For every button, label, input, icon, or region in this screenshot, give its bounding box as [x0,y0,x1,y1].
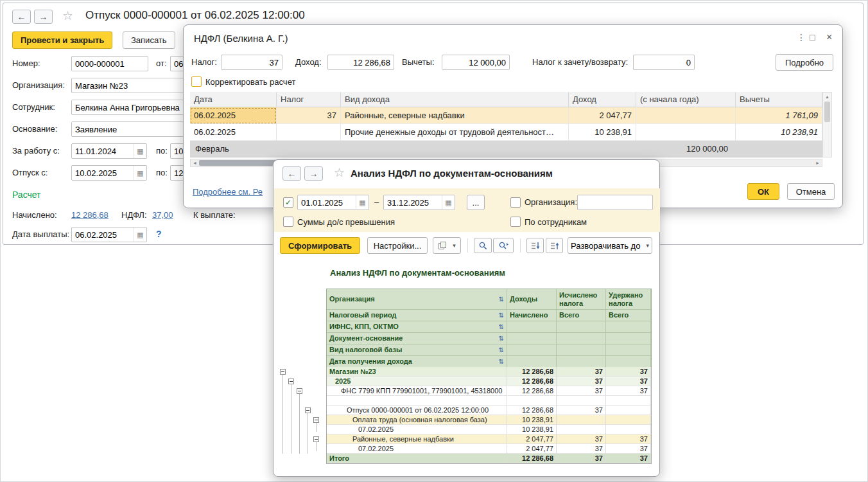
expand-to-button[interactable]: Разворачивать до ▾ [568,237,652,254]
organization-filter-input[interactable] [577,195,653,210]
organization-checkbox[interactable] [510,197,521,208]
see-more-link[interactable]: Подробнее см. Ре [193,187,263,197]
period-from-value[interactable]: 01.01.2025 [298,195,356,210]
expand-levels-button[interactable] [546,238,563,253]
scrollbar-thumb[interactable] [824,102,830,122]
pay-date-input[interactable]: 06.02.2025 ▦ [71,227,147,242]
employee-input[interactable]: Белкина Анна Григорьевна [71,100,200,115]
maximize-icon[interactable]: □ [810,32,815,42]
details-button[interactable]: Подробно [776,54,833,71]
forward-button[interactable]: → [34,10,53,24]
back-button[interactable]: ← [12,10,31,24]
column-header-income[interactable]: Доход [569,92,636,107]
collapse-group-icon[interactable] [313,417,319,423]
back-button[interactable]: ← [282,166,301,181]
report-header-label[interactable]: Налоговый период⇅ [327,310,507,321]
collapse-group-icon[interactable] [280,369,286,375]
vertical-scrollbar[interactable]: ▲ [822,92,832,157]
sort-icon[interactable]: ⇅ [499,323,504,331]
collapse-group-icon[interactable] [313,436,319,442]
report-header-label[interactable]: Документ-основание⇅ [327,333,507,344]
calendar-icon[interactable]: ▦ [134,166,146,180]
number-input[interactable]: 0000-000001 [71,56,148,71]
calendar-icon[interactable]: ▦ [356,195,369,210]
adjust-calculation-checkbox[interactable] [191,76,202,87]
collapse-group-icon[interactable] [288,379,294,384]
report-row-label[interactable]: 07.02.2025 [327,444,507,454]
report-row-label[interactable]: ФНС 7799 КПП 779901001, 779901001, 45318… [327,386,507,396]
period-checkbox[interactable]: ✓ [283,197,293,208]
sort-icon[interactable]: ⇅ [499,346,504,354]
period-more-button[interactable]: ... [467,195,485,210]
column-header-tax[interactable]: Налог [277,92,341,107]
post-and-close-button[interactable]: Провести и закрыть [12,31,112,49]
report-header-value: Исчислено налога [557,289,606,310]
report-row-label[interactable]: Оплата труда (основная налоговая база) [327,415,507,425]
period-to-input[interactable]: 31.12.2025 ▦ [383,195,455,210]
report-header-label[interactable]: Вид налоговой базы⇅ [327,344,507,356]
favorite-star-icon[interactable]: ☆ [62,10,73,22]
save-button[interactable]: Записать [123,31,175,49]
column-header-date[interactable]: Дата [190,92,277,107]
vacation-from-value[interactable]: 10.02.2025 [72,166,134,180]
column-header-deductions[interactable]: Вычеты [736,92,822,107]
close-icon[interactable]: × [826,31,832,43]
column-header-ytd[interactable]: (с начала года) [636,92,736,107]
report-row-label[interactable]: Итого [327,454,507,463]
accrued-amount-link[interactable]: 12 286,68 [71,210,108,220]
vacation-from-input[interactable]: 10.02.2025 ▦ [71,165,147,181]
search-next-button[interactable] [493,238,514,253]
sort-icon[interactable]: ⇅ [499,358,504,366]
report-row-label[interactable]: 07.02.2025 [327,425,507,434]
column-header-income-type[interactable]: Вид дохода [341,92,569,107]
report-row-label[interactable]: Магазин №23 [327,367,507,377]
tax-input[interactable]: 37 [221,55,282,70]
favorite-star-icon[interactable]: ☆ [334,166,345,179]
calendar-icon[interactable]: ▦ [134,228,146,242]
forward-button[interactable]: → [304,166,323,181]
work-from-value[interactable]: 11.01.2024 [72,144,134,158]
period-from-input[interactable]: 01.01.2025 ▦ [297,195,369,210]
collapse-group-icon[interactable] [297,388,302,394]
ndfl-group-row[interactable]: Февраль 120 000,00 [190,141,822,157]
help-icon[interactable]: ? [156,229,162,239]
excess-sums-checkbox[interactable] [283,217,293,227]
ok-button[interactable]: ОК [747,183,779,200]
ndfl-amount-link[interactable]: 37,00 [152,210,173,220]
ndfl-table-row[interactable]: 06.02.202537Районные, северные надбавки2… [190,107,822,124]
cancel-button[interactable]: Отмена [787,183,835,200]
sort-icon[interactable]: ⇅ [499,296,504,303]
report-header-label[interactable]: ИФНС, КПП, ОКТМО⇅ [327,321,507,333]
calendar-icon[interactable]: ▦ [442,195,455,210]
report-row-label[interactable] [327,396,507,406]
income-input[interactable]: 12 286,68 [327,55,394,70]
search-button[interactable] [474,238,492,253]
report-header-label[interactable]: Дата получения дохода⇅ [327,356,507,368]
report-row-value: 37 [606,444,651,454]
calendar-icon[interactable]: ▦ [134,144,146,158]
tax-offset-input[interactable]: 0 [633,55,695,70]
report-variants-button[interactable]: ▾ [433,237,461,254]
scroll-left-icon[interactable]: ◄ [191,161,199,165]
report-row-label[interactable]: 2025 [327,377,507,386]
generate-button[interactable]: Сформировать [280,237,360,254]
period-to-value[interactable]: 31.12.2025 [384,195,442,210]
report-row-label[interactable]: Отпуск 0000-000001 от 06.02.2025 12:00:0… [327,406,507,415]
report-header-label[interactable]: Организация⇅ [327,289,507,310]
collapse-group-icon[interactable] [305,407,311,413]
work-from-input[interactable]: 11.01.2024 ▦ [71,143,147,159]
ndfl-table-row[interactable]: 06.02.2025Прочие денежные доходы от труд… [190,124,822,141]
scroll-right-icon[interactable]: ► [813,161,822,165]
basis-input[interactable]: Заявление [71,121,200,137]
sort-icon[interactable]: ⇅ [499,312,504,319]
settings-button[interactable]: Настройки... [367,237,428,254]
organization-input[interactable]: Магазин №23 [71,78,200,93]
by-employees-checkbox[interactable] [510,217,521,227]
deductions-input[interactable]: 12 000,00 [442,55,510,70]
pay-date-value[interactable]: 06.02.2025 [72,228,134,242]
scroll-up-icon[interactable]: ▲ [823,93,831,101]
report-row-label[interactable]: Районные, северные надбавки [327,434,507,444]
collapse-levels-button[interactable] [526,238,544,253]
more-menu-icon[interactable]: ⋮ [797,32,806,42]
sort-icon[interactable]: ⇅ [499,335,504,343]
